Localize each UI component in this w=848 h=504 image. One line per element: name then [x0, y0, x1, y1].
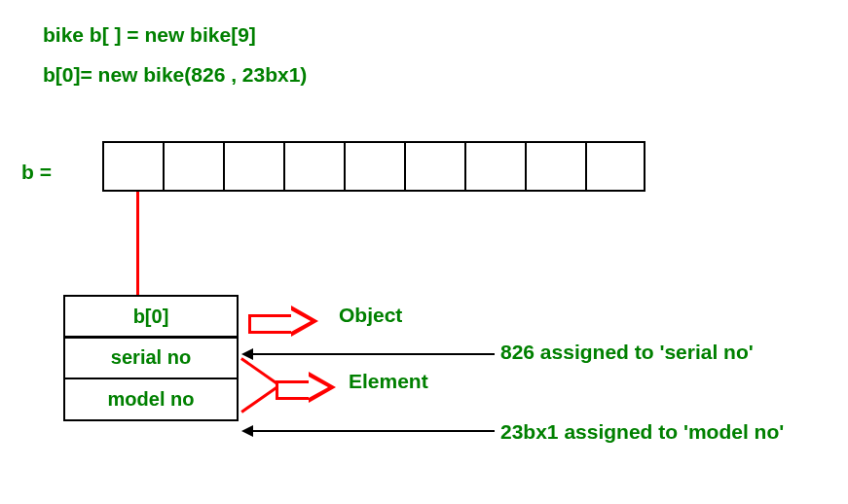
array-cell-0: [102, 141, 163, 192]
array-row: [102, 141, 645, 192]
arrow-object: [248, 306, 326, 337]
line-model: [251, 430, 495, 432]
array-cell-7: [525, 141, 585, 192]
object-row-model: model no: [63, 378, 239, 421]
label-assign-model: 23bx1 assigned to 'model no': [500, 420, 784, 444]
connector-array-to-object: [136, 192, 139, 297]
red-split-upper: [240, 357, 277, 383]
label-element: Element: [349, 370, 428, 393]
array-cell-4: [344, 141, 404, 192]
code-line-1: bike b[ ] = new bike[9]: [43, 23, 256, 47]
label-assign-serial: 826 assigned to 'serial no': [500, 341, 754, 364]
object-row-index: b[0]: [63, 295, 239, 339]
arrow-element: [276, 372, 344, 403]
array-cell-3: [283, 141, 344, 192]
label-object: Object: [339, 304, 402, 327]
array-cell-1: [163, 141, 223, 192]
object-table: b[0] serial no model no: [63, 297, 239, 421]
red-split-lower: [240, 386, 277, 413]
array-var-label: b =: [21, 161, 52, 184]
line-serial: [251, 353, 495, 355]
array-cell-6: [464, 141, 525, 192]
object-row-serial: serial no: [63, 336, 239, 379]
array-cell-2: [223, 141, 283, 192]
code-line-2: b[0]= new bike(826 , 23bx1): [43, 63, 307, 87]
array-cell-8: [585, 141, 645, 192]
array-cell-5: [404, 141, 464, 192]
